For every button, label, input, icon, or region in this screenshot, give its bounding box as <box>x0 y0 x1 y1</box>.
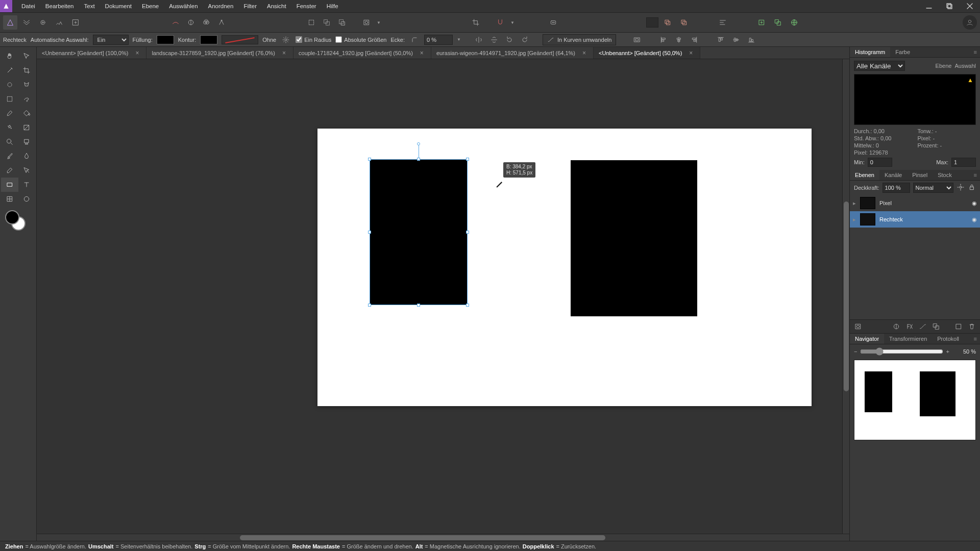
autocolor-icon[interactable] <box>168 15 183 30</box>
close-tab-icon[interactable]: × <box>133 49 141 57</box>
hand-tool-icon[interactable] <box>1 49 18 63</box>
selection-handle[interactable] <box>417 158 420 161</box>
blendmode-dropdown[interactable]: Normal <box>913 183 953 193</box>
document-tab[interactable]: <Unbenannt> [Geändert] (100,0%)× <box>37 47 146 59</box>
color-picker-tool-icon[interactable] <box>1 63 18 78</box>
close-tab-icon[interactable]: × <box>687 49 695 57</box>
view-tool-icon[interactable] <box>18 135 36 149</box>
crop-tool-icon[interactable] <box>18 63 36 78</box>
layer-row[interactable]: ▸Pixel◉ <box>850 195 980 211</box>
autolevels-icon[interactable] <box>184 15 198 30</box>
persona-tonemap-icon[interactable] <box>52 15 66 30</box>
opacity-input[interactable] <box>883 183 910 193</box>
auto-select-dropdown[interactable]: Ein <box>93 35 129 45</box>
fill-swatch[interactable] <box>157 35 174 44</box>
persona-liquify-icon[interactable] <box>19 15 34 30</box>
move-front-icon[interactable] <box>660 15 675 30</box>
tab-transform[interactable]: Transformieren <box>884 334 932 344</box>
fx-icon[interactable] <box>904 322 915 331</box>
tab-brushes[interactable]: Pinsel <box>907 170 933 180</box>
tab-layers[interactable]: Ebenen <box>850 170 879 180</box>
menu-dokument[interactable]: Dokument <box>100 1 137 11</box>
select-new-icon[interactable] <box>304 15 318 30</box>
document-tab[interactable]: <Unbenannt> [Geändert] (50,0%)× <box>594 47 700 59</box>
zoom-tool-icon[interactable] <box>1 135 18 149</box>
corner-value-input[interactable] <box>424 35 453 45</box>
align-icon[interactable] <box>716 15 730 30</box>
selection-handle[interactable] <box>368 158 371 161</box>
align-left-icon[interactable] <box>658 34 669 45</box>
new-layer-icon[interactable] <box>953 322 964 331</box>
duplicate-layer-icon[interactable] <box>771 15 785 30</box>
assistant-icon[interactable] <box>546 15 560 30</box>
align-hcenter-icon[interactable] <box>673 34 684 45</box>
panel-menu-icon[interactable]: ≡ <box>971 170 980 180</box>
tab-color[interactable]: Farbe <box>890 47 915 57</box>
layer-row[interactable]: ▸Rechteck◉ <box>850 211 980 228</box>
foreground-color-swatch[interactable] <box>5 210 19 224</box>
close-tab-icon[interactable]: × <box>280 49 288 57</box>
panel-menu-icon[interactable]: ≡ <box>971 334 980 344</box>
selection-box[interactable] <box>370 159 468 305</box>
rectangle-tool-icon[interactable] <box>1 178 18 192</box>
gear-icon[interactable] <box>280 34 291 45</box>
close-button[interactable] <box>960 0 980 12</box>
move-back-icon[interactable] <box>677 15 691 30</box>
menu-text[interactable]: Text <box>79 1 100 11</box>
absolute-sizes-checkbox[interactable]: Absolute Größen <box>335 36 386 43</box>
quickmask-combo[interactable]: ▼ <box>359 15 383 30</box>
vertical-scrollbar[interactable] <box>842 59 849 534</box>
selection-handle[interactable] <box>368 231 371 234</box>
spray-tool-icon[interactable] <box>1 120 18 135</box>
channel-dropdown[interactable]: Alle Kanäle <box>854 61 905 71</box>
chevron-down-icon[interactable]: ▼ <box>375 20 383 25</box>
tab-stock[interactable]: Stock <box>933 170 957 180</box>
crop-icon[interactable] <box>469 15 483 30</box>
mirror-h-icon[interactable] <box>473 34 484 45</box>
eraser-tool-icon[interactable] <box>1 163 18 178</box>
persona-develop-icon[interactable] <box>36 15 50 30</box>
navigator-preview[interactable] <box>854 360 976 440</box>
visibility-icon[interactable]: ◉ <box>972 200 977 207</box>
align-right-icon[interactable] <box>689 34 700 45</box>
zoom-slider[interactable] <box>860 347 943 356</box>
lock-icon[interactable] <box>968 183 976 192</box>
document-tab[interactable]: couple-1718244_1920.jpg [Geändert] (50,0… <box>293 47 431 59</box>
single-radius-checkbox[interactable]: Ein Radius <box>296 36 331 43</box>
max-input[interactable] <box>951 158 976 167</box>
zoom-in-icon[interactable]: + <box>946 348 949 355</box>
chevron-down-icon[interactable]: ▼ <box>508 20 517 25</box>
snap-icon[interactable] <box>493 15 507 30</box>
fill-tool-icon[interactable] <box>18 106 36 120</box>
account-icon[interactable] <box>963 15 977 30</box>
brush-tool-icon[interactable] <box>1 106 18 120</box>
rotate-cw-icon[interactable] <box>519 34 530 45</box>
horizontal-scrollbar[interactable] <box>37 534 849 541</box>
canvas-viewport[interactable]: B: 384,2 px H: 571,5 px <box>37 59 849 541</box>
visibility-icon[interactable]: ◉ <box>972 216 977 223</box>
selection-handle[interactable] <box>466 231 469 234</box>
selection-handle[interactable] <box>368 304 371 307</box>
dodge-tool-icon[interactable] <box>18 192 36 206</box>
mask-icon[interactable] <box>853 322 863 331</box>
min-input[interactable] <box>868 158 892 167</box>
adjustment-icon[interactable] <box>891 322 901 331</box>
align-top-icon[interactable] <box>715 34 726 45</box>
menu-anordnen[interactable]: Anordnen <box>203 1 239 11</box>
selection-handle[interactable] <box>417 304 420 307</box>
stroke-swatch[interactable] <box>200 35 217 44</box>
convert-curves-button[interactable]: In Kurven umwandeln <box>543 34 616 45</box>
gear-icon[interactable] <box>957 183 965 192</box>
menu-datei[interactable]: Datei <box>16 1 40 11</box>
move-tool-icon[interactable] <box>18 49 36 63</box>
corner-type-icon[interactable] <box>409 34 420 45</box>
panel-menu-icon[interactable]: ≡ <box>971 47 980 57</box>
gradient-tool-icon[interactable] <box>18 120 36 135</box>
scope-layer-label[interactable]: Ebene <box>936 63 952 69</box>
lock-children-icon[interactable] <box>631 34 643 45</box>
text-tool-icon[interactable] <box>18 178 36 192</box>
document-tab[interactable]: landscape-3127859_1920.jpg [Geändert] (7… <box>146 47 293 59</box>
persona-photo-icon[interactable] <box>3 15 17 30</box>
flood-select-icon[interactable] <box>18 78 36 92</box>
quickmask-icon[interactable] <box>359 15 374 30</box>
